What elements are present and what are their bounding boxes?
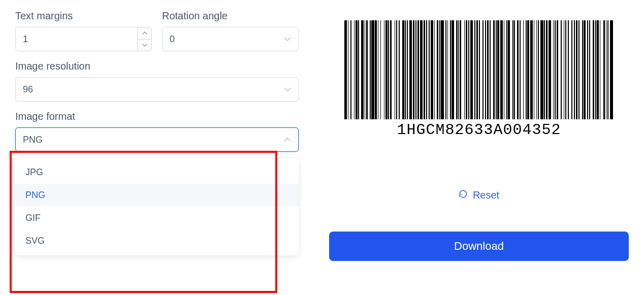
text-margins-label: Text margins [15,10,152,22]
text-margins-input[interactable]: 1 [15,27,152,51]
rotation-angle-value: 0 [170,34,175,45]
chevron-down-icon [284,87,291,91]
chevron-down-icon [142,44,147,47]
download-label: Download [454,240,504,253]
download-button[interactable]: Download [329,232,629,261]
text-margins-increment[interactable] [138,27,151,40]
image-format-option-jpg[interactable]: JPG [15,161,299,184]
image-format-dropdown: JPG PNG GIF SVG [15,158,299,255]
image-resolution-label: Image resolution [15,60,299,72]
rotation-angle-label: Rotation angle [162,10,299,22]
reset-button[interactable]: Reset [329,189,629,201]
reset-label: Reset [473,189,499,201]
barcode-text: 1HGCM82633A004352 [339,121,619,139]
image-format-value: PNG [23,135,43,145]
chevron-up-icon [142,31,147,35]
chevron-up-icon [284,138,291,142]
image-format-option-svg[interactable]: SVG [15,230,299,252]
image-format-select[interactable]: PNG [15,127,299,152]
rotation-angle-select[interactable]: 0 [162,27,299,51]
image-format-option-gif[interactable]: GIF [15,207,299,230]
refresh-icon [459,189,468,201]
text-margins-value: 1 [16,27,137,51]
image-format-label: Image format [15,111,299,122]
image-resolution-value: 96 [23,84,33,95]
chevron-down-icon [284,37,291,41]
barcode-bars [339,20,619,119]
image-format-option-png[interactable]: PNG [15,184,299,207]
text-margins-decrement[interactable] [138,40,151,51]
image-resolution-select[interactable]: 96 [15,77,299,102]
barcode-preview: 1HGCM82633A004352 [329,10,629,144]
